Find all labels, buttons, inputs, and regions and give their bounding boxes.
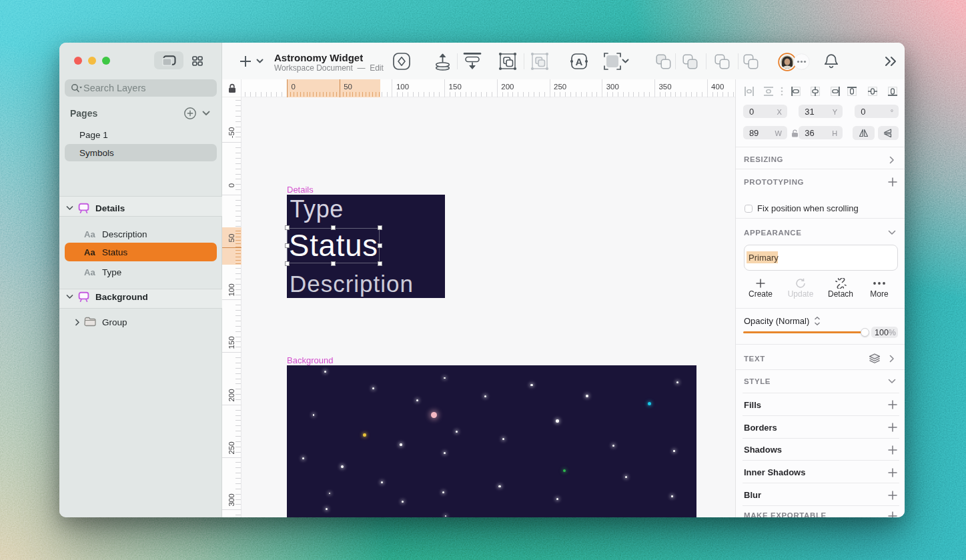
svg-text:A: A (576, 56, 583, 67)
